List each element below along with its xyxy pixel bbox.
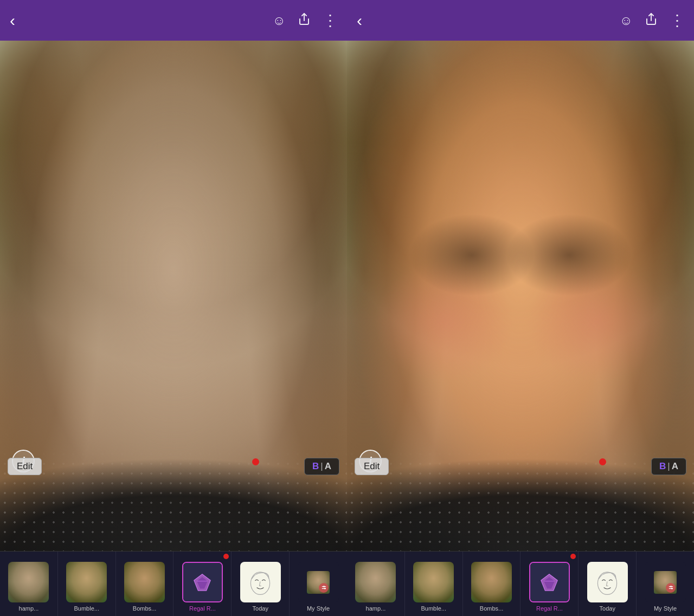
right-panel: ‹ ☺ ⋮ i — [347, 0, 694, 616]
filter-label-champ-right: hamp... — [366, 605, 386, 612]
bottom-bar-right: hamp... Bumble... Bombs... — [347, 551, 694, 616]
svg-point-8 — [324, 588, 326, 589]
filter-bombs-left[interactable]: Bombs... — [116, 552, 174, 616]
filter-champ-left[interactable]: hamp... — [0, 552, 58, 616]
filter-dot-regal-right — [570, 554, 576, 559]
filter-label-today-right: Today — [600, 605, 615, 612]
filter-thumb-bombs-left — [124, 562, 165, 602]
filter-label-mystyle-left: My Style — [307, 605, 330, 612]
filter-champ-right[interactable]: hamp... — [347, 552, 405, 616]
svg-point-4 — [251, 572, 270, 594]
ba-button-left[interactable]: B | A — [304, 458, 339, 475]
filter-dot-regal-left — [223, 554, 229, 559]
share-icon-right[interactable] — [645, 12, 658, 29]
top-icons-right: ☺ ⋮ — [619, 11, 684, 29]
emoji-icon-left[interactable]: ☺ — [272, 13, 286, 28]
filter-bumble-right[interactable]: Bumble... — [405, 552, 463, 616]
top-icons-left: ☺ ⋮ — [272, 11, 337, 29]
filter-label-bombs-right: Bombs... — [480, 605, 503, 612]
filter-thumb-bumble-right — [413, 562, 454, 602]
filter-thumb-mystyle-right — [645, 562, 686, 602]
filter-label-bombs-left: Bombs... — [133, 605, 156, 612]
filter-mystyle-right[interactable]: My Style — [637, 552, 694, 616]
more-icon-left[interactable]: ⋮ — [323, 11, 337, 29]
dots-right — [347, 449, 694, 551]
ba-divider-left: | — [320, 461, 323, 472]
image-area-left: i Edit B | A — [0, 41, 347, 551]
edit-button-left[interactable]: Edit — [8, 458, 42, 475]
filter-label-mystyle-right: My Style — [654, 605, 677, 612]
top-bar-left: ‹ ☺ ⋮ — [0, 0, 347, 41]
filter-label-champ-left: hamp... — [19, 605, 39, 612]
back-button-left[interactable]: ‹ — [10, 12, 15, 29]
share-icon-left[interactable] — [298, 12, 311, 29]
emoji-icon-right[interactable]: ☺ — [619, 13, 633, 28]
left-panel: ‹ ☺ ⋮ i Edit — [0, 0, 347, 616]
svg-point-13 — [598, 572, 617, 594]
filter-bumble-left[interactable]: Bumble... — [58, 552, 116, 616]
record-dot-left — [252, 458, 259, 465]
filter-label-regal-right: Regal R... — [536, 605, 563, 612]
filter-mystyle-left[interactable]: My Style — [290, 552, 347, 616]
image-area-right: i Edit B | A — [347, 41, 694, 551]
ba-divider-right: | — [667, 461, 670, 472]
filter-thumb-today-left — [240, 562, 281, 602]
filter-thumb-mystyle-left — [298, 562, 339, 602]
filter-thumb-regal-left — [182, 562, 223, 602]
filter-regal-left[interactable]: Regal R... — [174, 552, 232, 616]
filter-label-today-left: Today — [253, 605, 268, 612]
filter-today-left[interactable]: Today — [232, 552, 290, 616]
filter-label-bumble-left: Bumble... — [74, 605, 99, 612]
ba-before-right: B — [659, 461, 666, 472]
filter-label-bumble-right: Bumble... — [421, 605, 446, 612]
filter-regal-right[interactable]: Regal R... — [520, 552, 579, 616]
back-button-right[interactable]: ‹ — [357, 12, 362, 29]
ba-after-left: A — [325, 461, 331, 472]
dots-left — [0, 449, 347, 551]
filter-bombs-right[interactable]: Bombs... — [463, 552, 521, 616]
record-dot-right — [599, 458, 606, 465]
filter-thumb-regal-right — [529, 562, 570, 602]
bottom-bar-left: hamp... Bumble... Bombs... — [0, 551, 347, 616]
filter-thumb-champ-right — [355, 562, 396, 602]
top-bar-right: ‹ ☺ ⋮ — [347, 0, 694, 41]
ba-button-right[interactable]: B | A — [651, 458, 686, 475]
ba-after-right: A — [672, 461, 678, 472]
filter-thumb-today-right — [587, 562, 628, 602]
filter-thumb-bumble-left — [66, 562, 107, 602]
more-icon-right[interactable]: ⋮ — [670, 11, 684, 29]
filter-today-right[interactable]: Today — [579, 552, 637, 616]
edit-button-right[interactable]: Edit — [355, 458, 389, 475]
ba-before-left: B — [312, 461, 319, 472]
filter-thumb-champ-left — [8, 562, 49, 602]
svg-point-15 — [670, 586, 672, 587]
svg-point-6 — [323, 586, 325, 587]
filter-label-regal-left: Regal R... — [189, 605, 216, 612]
svg-point-17 — [671, 588, 673, 589]
filter-thumb-bombs-right — [471, 562, 512, 602]
